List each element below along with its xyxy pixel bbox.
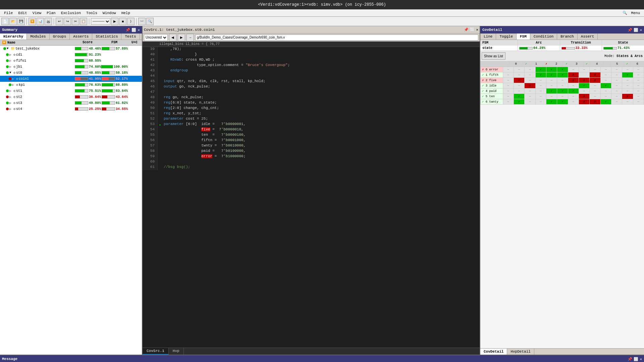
menu-exclusion[interactable]: Exclusion <box>58 10 84 16</box>
filter-icon[interactable]: 🔽 <box>2 41 6 45</box>
tab-fsm[interactable]: FSM <box>517 34 530 40</box>
tree-row[interactable]: ▷ ◇ cd1 91.23% <box>0 52 142 58</box>
tab-statistics[interactable]: Statistics <box>92 34 121 40</box>
toolbar-zoom[interactable]: 🔍 <box>146 18 154 25</box>
expand-icon[interactable]: ▷ <box>9 95 13 99</box>
toolbar-sep-1 <box>26 18 27 25</box>
tab-hvpdetail[interactable]: HvpDetail <box>507 349 534 355</box>
expand-icon[interactable]: ▷ <box>12 77 15 81</box>
code-line-56: 56 fiftn = 7'b0001000, <box>143 138 480 143</box>
code-line-41: 41 RDxWD: cross RD,WD ; <box>143 58 480 63</box>
tab-assert[interactable]: Assert <box>578 34 598 40</box>
maximize-icon[interactable]: ⬜ <box>634 28 638 32</box>
tree-row[interactable]: ▷ ◇ st3 49.80% 61.82% <box>0 100 142 106</box>
close-icon[interactable]: ✕ <box>138 28 140 32</box>
expand-icon[interactable]: ▷ <box>9 59 13 63</box>
toolbar-stop[interactable]: ■ <box>119 18 126 25</box>
tab-branch[interactable]: Branch <box>557 34 578 40</box>
maximize-icon[interactable]: ⬜ <box>131 28 136 32</box>
tree-row[interactable]: ▷ ◇ kp1 76.63% 88.89% <box>0 82 142 88</box>
expand-icon[interactable]: ▷ <box>12 83 15 87</box>
toolbar-save[interactable]: 💾 <box>17 18 25 25</box>
expand-icon[interactable]: ▷ <box>9 101 13 105</box>
left-panel: Summary 📌 ⬜ ✕ Hierarchy Modules Groups A… <box>0 26 143 355</box>
menu-edit[interactable]: Edit <box>15 10 30 16</box>
close-icon[interactable]: ✕ <box>476 27 478 32</box>
tab-condition[interactable]: Condition <box>530 34 557 40</box>
code-line-50: 50 reg[2:0] change, chg_cnt; <box>143 106 480 111</box>
expand-icon[interactable]: ▷ <box>9 53 13 57</box>
tab-hierarchy[interactable]: Hierarchy <box>0 34 27 40</box>
chip-icon: ◇ <box>13 59 15 63</box>
left-tabs: Hierarchy Modules Groups Asserts Statist… <box>0 34 142 40</box>
toolbar-select[interactable]: ───── <box>91 18 110 25</box>
toolbar-print[interactable]: 🖨️ <box>45 18 52 25</box>
tab-covdetail[interactable]: CovDetail <box>480 349 507 355</box>
show-list-button[interactable]: Show as List <box>482 52 505 60</box>
toolbar-sep-2 <box>54 18 54 25</box>
bar-bg <box>75 71 88 74</box>
uncovered-filter[interactable]: Uncovered All Covered <box>144 34 168 41</box>
tree-row[interactable]: ▼ 📁 test_jukebox 48.46% 57.89% <box>0 46 142 52</box>
tab-hvp[interactable]: Hvp <box>169 348 184 355</box>
tree-row[interactable]: ▷ ◇ st2 36.64% 43.64% <box>0 94 142 100</box>
tab-line[interactable]: Line <box>480 34 496 40</box>
expand-icon[interactable]: ▷ <box>9 89 13 93</box>
bar-bg <box>75 47 88 50</box>
menu-file[interactable]: File <box>1 10 15 16</box>
tab-toggle[interactable]: Toggle <box>496 34 517 40</box>
menu-plan[interactable]: Plan <box>44 10 58 16</box>
tab-groups[interactable]: Groups <box>50 34 70 40</box>
menu-help[interactable]: Help <box>119 10 133 16</box>
toolbar-run[interactable]: ▶ <box>111 18 118 25</box>
expand-icon[interactable]: ▷ <box>9 107 13 111</box>
row-score: 48.85% <box>74 71 101 75</box>
toolbar-export[interactable]: 📊 <box>37 18 44 25</box>
chip-icon: ◇ <box>16 77 18 81</box>
close-icon[interactable]: ✕ <box>640 28 642 32</box>
expand-icon[interactable]: ▼ <box>7 47 10 50</box>
toolbar-redo[interactable]: ↪ <box>64 18 71 25</box>
tree-row[interactable]: ▷ ◇ fifo1 68.55% <box>0 58 142 64</box>
toolbar-wave[interactable]: 〰 <box>138 18 146 25</box>
col-0-check: ✓ <box>523 61 529 66</box>
row-score: 74.60% <box>74 65 101 69</box>
toolbar-new[interactable]: 📄 <box>1 18 9 25</box>
toolbar-copy[interactable]: 📋 <box>80 18 87 25</box>
tree-row[interactable]: ▷ ◇ jb1 74.60% 100.00% <box>0 64 142 70</box>
menu-window[interactable]: Window <box>100 10 119 16</box>
toolbar-open[interactable]: 📂 <box>9 18 17 25</box>
close-icon[interactable]: ✕ <box>640 357 642 361</box>
menu-search-label[interactable]: Menu <box>630 10 643 16</box>
pin-icon[interactable]: 📌 <box>464 27 469 32</box>
tree-row[interactable]: ▷ ◇ st1 75.51% 83.64% <box>0 88 142 94</box>
tab-modules[interactable]: Modules <box>27 34 49 40</box>
next-button[interactable]: ▶ <box>178 34 185 41</box>
toolbar-cut[interactable]: ✂ <box>72 18 79 25</box>
toolbar-step[interactable]: ⟩ <box>127 18 135 25</box>
toolbar-undo[interactable]: ↩ <box>56 18 63 25</box>
prev-button[interactable]: ◀ <box>169 34 176 41</box>
tab-asserts[interactable]: Asserts <box>70 34 92 40</box>
fsm-pct: 52.17% <box>116 77 128 81</box>
tab-tests[interactable]: Tests <box>121 34 140 40</box>
col-5-check: ✓ <box>624 61 631 66</box>
tab-covsrc1[interactable]: CovSrc.1 <box>143 348 169 355</box>
jump-button[interactable]: → <box>186 34 194 41</box>
pin-icon[interactable]: 📌 <box>125 28 130 32</box>
maximize-icon[interactable]: ⬜ <box>634 357 638 361</box>
pin-icon[interactable]: 📌 <box>628 357 632 361</box>
menu-tools[interactable]: Tools <box>84 10 100 16</box>
expand-icon[interactable]: ▷ <box>9 65 13 69</box>
source-path[interactable] <box>195 35 478 41</box>
expand-icon[interactable]: ▼ <box>9 71 13 74</box>
row-fsm: 88.89% <box>101 83 128 87</box>
maximize-icon[interactable]: ⬜ <box>470 27 475 32</box>
tree-row-coin1[interactable]: ▷ ◇ coin1 41.95% 52.17% <box>0 76 142 82</box>
toolbar-filter[interactable]: 🔽 <box>29 18 36 25</box>
code-line-55: 55 ten = 7'b0000100, <box>143 133 480 138</box>
tree-row[interactable]: ▼ ◇ st0 48.85% 58.18% <box>0 70 142 76</box>
tree-row[interactable]: ▷ ◇ st4 25.25% 34.55% <box>0 106 142 112</box>
pin-icon[interactable]: 📌 <box>628 28 632 32</box>
menu-view[interactable]: View <box>30 10 44 16</box>
